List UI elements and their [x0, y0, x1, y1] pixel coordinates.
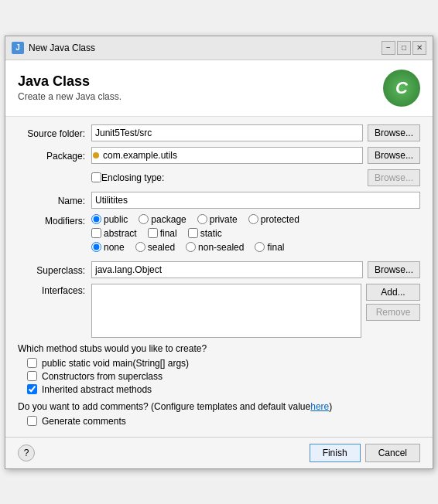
stub-main-label: public static void main(String[] args): [42, 358, 189, 369]
source-folder-row: Source folder: Browse...: [18, 124, 420, 141]
modifier-final-checkbox[interactable]: [148, 228, 158, 238]
modifier-abstract[interactable]: abstract: [91, 228, 137, 239]
comments-after: ): [329, 401, 332, 412]
java-class-icon: J: [12, 42, 24, 54]
modifier-final2[interactable]: final: [255, 242, 284, 253]
cancel-button[interactable]: Cancel: [365, 444, 420, 462]
stub-main-row: public static void main(String[] args): [18, 358, 420, 369]
stub-inherited-checkbox[interactable]: [27, 384, 37, 394]
interfaces-buttons-col: Add... Remove: [366, 284, 420, 321]
modifier-final2-radio[interactable]: [255, 242, 265, 252]
comments-link[interactable]: here: [310, 401, 329, 412]
finish-button[interactable]: Finish: [310, 444, 361, 462]
modifier-private-radio[interactable]: [197, 214, 207, 224]
stub-constructors-row: Constructors from superclass: [18, 371, 420, 382]
interfaces-label: Interfaces:: [18, 284, 91, 296]
modifiers-sealed-row: none sealed non-sealed final: [91, 242, 420, 253]
stub-constructors-label: Constructors from superclass: [42, 371, 163, 382]
enclosing-type-browse-button[interactable]: Browse...: [368, 169, 420, 186]
enclosing-type-row: Enclosing type: Browse...: [18, 169, 420, 186]
modifiers-label: Modifiers:: [18, 214, 91, 226]
comments-section: Do you want to add comments? (Configure …: [18, 401, 420, 427]
footer-buttons: Finish Cancel: [310, 444, 420, 462]
modifier-none-radio[interactable]: [91, 242, 101, 252]
modifier-sealed-radio[interactable]: [135, 242, 145, 252]
package-input[interactable]: [91, 147, 363, 164]
name-label: Name:: [18, 194, 91, 206]
modifiers-row: Modifiers: public package private: [18, 214, 420, 256]
generate-comments-row: Generate comments: [18, 416, 420, 427]
modifier-private[interactable]: private: [197, 214, 238, 225]
title-bar-text: New Java Class: [29, 43, 95, 53]
superclass-label: Superclass:: [18, 264, 91, 276]
generate-comments-checkbox[interactable]: [27, 416, 37, 426]
interfaces-col: [91, 284, 361, 338]
footer: ? Finish Cancel: [5, 437, 433, 468]
comments-title: Do you want to add comments? (Configure …: [18, 401, 420, 412]
name-input[interactable]: [91, 192, 420, 209]
interfaces-textarea[interactable]: [91, 284, 361, 338]
package-browse-button[interactable]: Browse...: [368, 147, 420, 164]
package-label: Package:: [18, 149, 91, 162]
modifier-final[interactable]: final: [148, 228, 177, 239]
modifier-protected-radio[interactable]: [248, 214, 258, 224]
enclosing-type-text: Enclosing type:: [101, 172, 164, 183]
close-button[interactable]: ✕: [412, 41, 426, 55]
stub-inherited-label: Inherited abstract methods: [42, 384, 152, 395]
modifier-static-checkbox[interactable]: [188, 228, 198, 238]
modifier-none[interactable]: none: [91, 242, 125, 253]
package-dot-icon: [93, 152, 99, 158]
comments-title-text: Do you want to add comments? (Configure …: [18, 401, 310, 412]
superclass-browse-button[interactable]: Browse...: [368, 261, 420, 278]
modifier-sealed[interactable]: sealed: [135, 242, 175, 253]
package-row: Package: Browse...: [18, 147, 420, 164]
interfaces-remove-button[interactable]: Remove: [366, 304, 420, 321]
header-title: Java Class: [18, 73, 121, 90]
modifiers-access-row: public package private protected: [91, 214, 420, 225]
maximize-button[interactable]: □: [397, 41, 411, 55]
stub-inherited-row: Inherited abstract methods: [18, 384, 420, 395]
title-bar-left: J New Java Class: [12, 42, 95, 54]
modifiers-section: public package private protected: [91, 214, 420, 256]
modifier-static[interactable]: static: [188, 228, 222, 239]
enclosing-type-label-spacer: [18, 177, 91, 179]
interfaces-add-button[interactable]: Add...: [366, 284, 420, 301]
enclosing-type-checkbox[interactable]: [91, 172, 101, 182]
modifier-public[interactable]: public: [91, 214, 128, 225]
modifier-public-radio[interactable]: [91, 214, 101, 224]
header-text: Java Class Create a new Java class.: [18, 73, 121, 102]
minimize-button[interactable]: −: [382, 41, 395, 55]
title-bar: J New Java Class − □ ✕: [5, 36, 433, 60]
modifier-package-radio[interactable]: [139, 214, 149, 224]
name-row: Name:: [18, 192, 420, 209]
stubs-title: Which method stubs would you like to cre…: [18, 343, 420, 354]
stub-main-checkbox[interactable]: [27, 358, 37, 368]
modifier-non-sealed[interactable]: non-sealed: [186, 242, 244, 253]
stub-constructors-checkbox[interactable]: [27, 371, 37, 381]
modifier-package[interactable]: package: [139, 214, 186, 225]
stubs-section: Which method stubs would you like to cre…: [18, 343, 420, 395]
header-section: Java Class Create a new Java class. C: [5, 60, 433, 117]
modifiers-other-row: abstract final static: [91, 228, 420, 239]
help-button[interactable]: ?: [18, 444, 35, 461]
form-body: Source folder: Browse... Package: Browse…: [5, 117, 433, 437]
java-logo-icon: C: [383, 70, 420, 107]
modifier-abstract-checkbox[interactable]: [91, 228, 101, 238]
interfaces-row: Interfaces: Add... Remove: [18, 284, 420, 338]
superclass-input[interactable]: [91, 261, 363, 278]
title-bar-controls: − □ ✕: [382, 41, 426, 55]
modifier-non-sealed-radio[interactable]: [186, 242, 196, 252]
generate-comments-label: Generate comments: [42, 416, 126, 427]
dialog-new-java-class: J New Java Class − □ ✕ Java Class Create…: [5, 36, 433, 469]
superclass-row: Superclass: Browse...: [18, 261, 420, 278]
source-folder-label: Source folder:: [18, 127, 91, 139]
header-subtitle: Create a new Java class.: [18, 91, 121, 102]
source-folder-input[interactable]: [91, 124, 363, 141]
modifier-protected[interactable]: protected: [248, 214, 299, 225]
source-folder-browse-button[interactable]: Browse...: [368, 124, 420, 141]
